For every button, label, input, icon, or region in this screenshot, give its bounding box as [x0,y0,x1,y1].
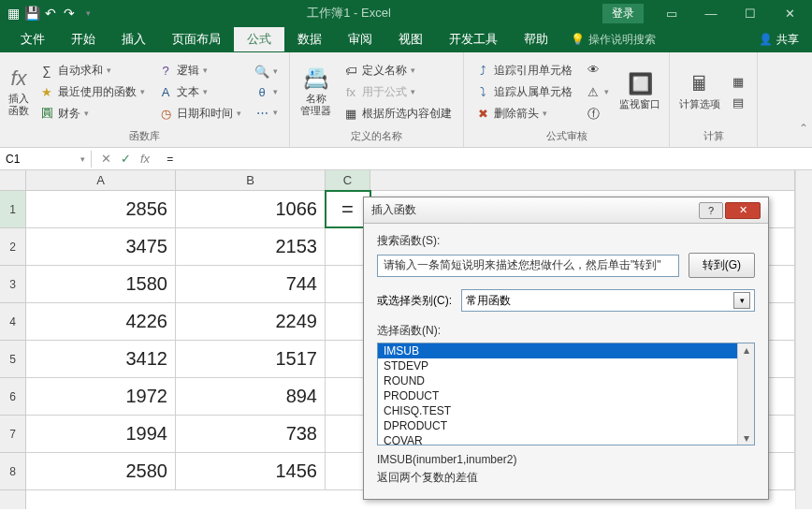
cancel-formula-icon[interactable]: ✕ [101,152,111,166]
vertical-scrollbar[interactable] [795,170,812,509]
row-header[interactable]: 3 [0,266,25,303]
cell[interactable]: 3475 [26,228,176,265]
chevron-down-icon[interactable]: ▾ [80,154,85,164]
row-header[interactable]: 8 [0,453,25,490]
tab-dev[interactable]: 开发工具 [436,27,511,51]
calc-options-button[interactable]: 🖩 计算选项 [677,56,721,127]
calc-sheet-button[interactable]: ▤ [727,93,749,111]
col-header[interactable]: C [326,170,370,190]
cell[interactable]: 738 [176,416,326,452]
dialog-close-button[interactable]: ✕ [725,202,761,219]
datetime-button[interactable]: ◷日期和时间▾ [154,104,245,124]
undo-icon[interactable]: ↶ [43,6,58,21]
error-icon: ⚠ [586,84,601,99]
math-button[interactable]: θ▾ [251,82,282,101]
select-all-corner[interactable] [0,170,25,191]
text-button[interactable]: A文本▾ [154,82,245,102]
search-function-input[interactable] [377,255,679,277]
function-list-item[interactable]: PRODUCT [378,388,737,403]
category-select[interactable]: 常用函数 ▾ [461,289,755,312]
col-header[interactable] [370,170,795,190]
cell[interactable]: 1517 [176,341,326,377]
tab-home[interactable]: 开始 [58,27,109,51]
col-header[interactable]: B [176,170,326,190]
trace-precedents-button[interactable]: ⤴追踪引用单元格 [471,61,576,80]
cell[interactable]: 1580 [26,266,176,302]
row-header[interactable]: 4 [0,303,25,341]
login-button[interactable]: 登录 [602,4,644,23]
insert-function-button[interactable]: fx 插入函数 [7,56,30,127]
function-list-item[interactable]: ROUND [378,373,737,388]
chevron-down-icon[interactable]: ▾ [733,292,750,309]
trace-prec-icon: ⤴ [475,63,490,78]
save-icon[interactable]: 💾 [24,6,39,21]
name-box[interactable]: C1 ▾ [0,151,92,168]
financial-button[interactable]: 圓财务▾ [36,104,149,124]
maximize-icon[interactable]: ☐ [732,0,769,26]
go-button[interactable]: 转到(G) [689,253,755,278]
define-name-button[interactable]: 🏷定义名称▾ [340,61,456,80]
cell[interactable]: 1972 [26,378,176,415]
tab-formulas[interactable]: 公式 [234,27,284,51]
tab-data[interactable]: 数据 [284,27,335,51]
minimize-icon[interactable]: — [692,0,730,26]
cell[interactable]: 1066 [176,191,326,227]
lookup-button[interactable]: 🔍▾ [251,62,282,80]
show-formulas-button[interactable]: 👁 [582,60,613,79]
formula-bar-input[interactable]: = [159,151,812,168]
error-check-button[interactable]: ⚠▾ [582,82,613,101]
eval-formula-button[interactable]: ⓕ [582,105,613,124]
share-button[interactable]: 👤共享 [746,28,812,51]
cell[interactable]: 3412 [26,341,176,377]
calc-now-button[interactable]: ▦ [727,72,749,91]
cell[interactable]: 2249 [176,303,326,340]
row-header[interactable]: 6 [0,378,25,416]
tab-review[interactable]: 审阅 [335,27,385,51]
row-header[interactable]: 5 [0,341,25,378]
autosum-button[interactable]: ∑自动求和▾ [36,61,149,80]
logical-button[interactable]: ?逻辑▾ [154,61,245,80]
cell[interactable]: 2153 [176,228,326,265]
tab-file[interactable]: 文件 [7,27,58,51]
tab-layout[interactable]: 页面布局 [159,27,234,51]
cell[interactable]: 4226 [26,303,176,340]
row-header[interactable]: 1 [0,191,25,228]
trace-dependents-button[interactable]: ⤵追踪从属单元格 [471,82,576,102]
accept-formula-icon[interactable]: ✓ [121,152,131,166]
name-manager-button[interactable]: 📇 名称 管理器 [297,56,334,127]
tab-insert[interactable]: 插入 [109,27,159,51]
row-header[interactable]: 2 [0,228,25,266]
tab-help[interactable]: 帮助 [511,27,561,51]
close-icon[interactable]: ✕ [771,0,808,26]
list-scrollbar[interactable]: ▴▾ [737,343,754,445]
tab-view[interactable]: 视图 [385,27,436,51]
tell-me-search[interactable]: 💡操作说明搜索 [561,28,665,51]
row-header[interactable]: 7 [0,416,25,453]
cell[interactable]: 894 [176,378,326,415]
more-fn-button[interactable]: ⋯▾ [251,103,282,122]
ribbon-display-icon[interactable]: ▭ [653,0,690,26]
recent-fn-button[interactable]: ★最近使用的函数▾ [36,82,149,102]
use-in-formula-button[interactable]: fx用于公式▾ [340,82,456,102]
create-from-sel-button[interactable]: ▦根据所选内容创建 [340,104,456,124]
cell[interactable]: 2580 [26,453,176,489]
col-header[interactable]: A [26,170,176,190]
fx-button-icon[interactable]: fx [140,152,150,166]
cell[interactable]: 744 [176,266,326,302]
function-list[interactable]: IMSUBSTDEVPROUNDPRODUCTCHISQ.TESTDPRODUC… [377,343,755,445]
remove-arrows-button[interactable]: ✖删除箭头▾ [471,104,576,124]
qat-dropdown-icon[interactable]: ▾ [80,6,95,21]
function-list-item[interactable]: DPRODUCT [378,418,737,433]
cell[interactable]: 1456 [176,453,326,489]
cell[interactable]: 2856 [26,191,176,227]
function-list-item[interactable]: STDEVP [378,358,737,373]
collapse-ribbon-icon[interactable]: ⌃ [799,122,808,135]
dialog-help-button[interactable]: ? [699,202,723,219]
tag-icon: 🏷 [343,63,358,78]
cell[interactable]: 1994 [26,416,176,452]
function-list-item[interactable]: COVAR [378,433,737,445]
function-list-item[interactable]: IMSUB [378,343,737,358]
function-list-item[interactable]: CHISQ.TEST [378,403,737,418]
redo-icon[interactable]: ↷ [62,6,77,21]
watch-window-button[interactable]: 🔲 监视窗口 [618,56,661,127]
